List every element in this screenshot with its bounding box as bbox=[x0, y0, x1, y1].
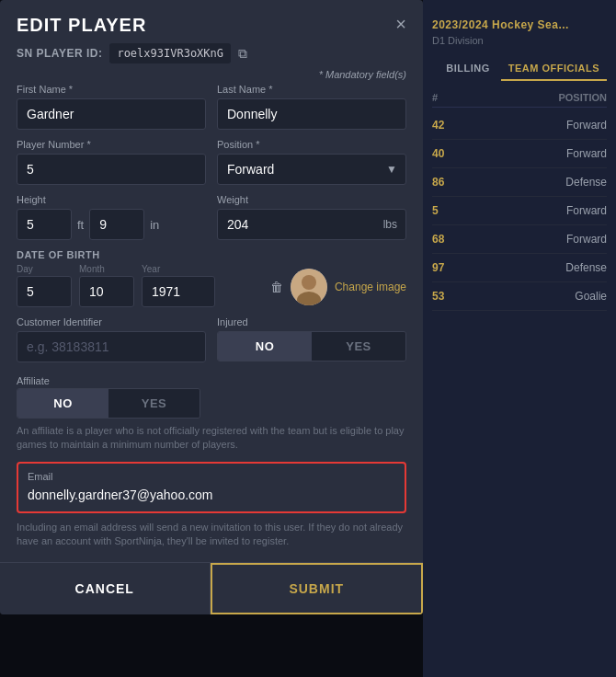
height-group: Height ft in bbox=[17, 194, 206, 240]
dob-year-input[interactable] bbox=[142, 276, 215, 307]
in-unit: in bbox=[150, 218, 159, 232]
avatar-section: 🗑 Change image bbox=[270, 269, 406, 307]
dob-day-input[interactable] bbox=[17, 276, 72, 307]
affiliate-label: Affiliate bbox=[17, 375, 50, 386]
position-label: Position * bbox=[217, 139, 406, 150]
avatar bbox=[291, 269, 327, 305]
number-position-row: Player Number * Position * Forward Defen… bbox=[17, 139, 406, 185]
injured-label: Injured bbox=[217, 316, 406, 327]
weight-group: Weight lbs bbox=[217, 194, 406, 240]
weight-input[interactable] bbox=[217, 209, 406, 240]
row-position: Goalie bbox=[575, 290, 607, 303]
customer-id-label: Customer Identifier bbox=[17, 316, 206, 327]
division-label: D1 Division bbox=[432, 35, 607, 46]
form-body: First Name * Last Name * Player Number *… bbox=[0, 84, 423, 549]
cancel-button[interactable]: CANCEL bbox=[0, 563, 211, 614]
row-position: Forward bbox=[566, 233, 607, 246]
sn-value: roelx93IVR3oXKnG bbox=[109, 43, 231, 63]
affiliate-no-button[interactable]: NO bbox=[17, 389, 108, 418]
dob-inputs: Day Month Year bbox=[17, 264, 259, 307]
col-position: POSITION bbox=[558, 92, 607, 103]
dob-label: DATE OF BIRTH bbox=[17, 249, 259, 260]
weight-label: Weight bbox=[217, 194, 406, 205]
customer-id-group: Customer Identifier bbox=[17, 316, 206, 362]
player-number-group: Player Number * bbox=[17, 139, 206, 185]
dob-section: DATE OF BIRTH Day Month Year bbox=[17, 249, 259, 307]
background-panel: 2023/2024 Hockey Sea... D1 Division BILL… bbox=[423, 0, 616, 677]
change-image-link[interactable]: Change image bbox=[335, 281, 406, 293]
row-position: Forward bbox=[566, 204, 607, 217]
season-title: 2023/2024 Hockey Sea... bbox=[432, 18, 607, 31]
affiliate-toggle: NO YES bbox=[17, 388, 200, 419]
table-header: # POSITION bbox=[432, 88, 607, 108]
name-row: First Name * Last Name * bbox=[17, 84, 406, 130]
row-number: 86 bbox=[432, 176, 455, 189]
position-select[interactable]: Forward Defense Goalie bbox=[217, 154, 406, 185]
table-row: 68Forward bbox=[432, 225, 607, 254]
customer-id-input[interactable] bbox=[17, 331, 206, 362]
col-number: # bbox=[432, 92, 438, 103]
delete-avatar-icon[interactable]: 🗑 bbox=[270, 280, 283, 294]
dob-day-group: Day bbox=[17, 264, 72, 307]
player-list: 42Forward40Forward86Defense5Forward68For… bbox=[432, 111, 607, 311]
table-row: 40Forward bbox=[432, 140, 607, 168]
email-section: Email bbox=[17, 462, 406, 513]
mandatory-note: * Mandatory field(s) bbox=[0, 69, 423, 84]
first-name-group: First Name * bbox=[17, 84, 206, 130]
table-row: 53Goalie bbox=[432, 282, 607, 311]
row-number: 68 bbox=[432, 233, 455, 246]
row-position: Forward bbox=[566, 147, 607, 160]
position-group: Position * Forward Defense Goalie ▼ bbox=[217, 139, 406, 185]
dob-day-label: Day bbox=[17, 264, 72, 274]
first-name-label: First Name * bbox=[17, 84, 206, 95]
close-button[interactable]: × bbox=[395, 15, 406, 33]
lbs-unit: lbs bbox=[383, 218, 397, 231]
submit-button[interactable]: SUBMIT bbox=[211, 563, 424, 614]
avatar-svg bbox=[291, 269, 327, 305]
table-row: 86Defense bbox=[432, 168, 607, 197]
edit-player-modal: EDIT PLAYER × SN PLAYER ID: roelx93IVR3o… bbox=[0, 0, 423, 614]
dob-year-group: Year bbox=[142, 264, 215, 307]
affiliate-group: Affiliate NO YES bbox=[17, 372, 406, 419]
player-number-label: Player Number * bbox=[17, 139, 206, 150]
injured-no-button[interactable]: NO bbox=[218, 332, 312, 361]
player-number-input[interactable] bbox=[17, 154, 206, 185]
row-number: 97 bbox=[432, 261, 455, 274]
injured-yes-button[interactable]: YES bbox=[312, 332, 405, 361]
copy-icon[interactable]: ⧉ bbox=[238, 46, 247, 62]
row-number: 42 bbox=[432, 119, 455, 132]
height-in-input[interactable] bbox=[89, 209, 144, 240]
modal-footer: CANCEL SUBMIT bbox=[0, 562, 423, 614]
row-number: 5 bbox=[432, 204, 455, 217]
table-row: 5Forward bbox=[432, 197, 607, 225]
last-name-group: Last Name * bbox=[217, 84, 406, 130]
row-number: 53 bbox=[432, 290, 455, 303]
height-weight-row: Height ft in Weight lbs bbox=[17, 194, 406, 240]
tab-billing[interactable]: BILLING bbox=[439, 57, 497, 81]
affiliate-toggle-wrapper: NO YES bbox=[17, 388, 200, 419]
modal-title: EDIT PLAYER bbox=[17, 15, 146, 36]
svg-point-1 bbox=[302, 275, 316, 290]
affiliate-yes-button[interactable]: YES bbox=[108, 389, 200, 418]
dob-year-label: Year bbox=[142, 264, 215, 274]
tab-team-officials[interactable]: TEAM OFFICIALS bbox=[501, 57, 607, 81]
first-name-input[interactable] bbox=[17, 98, 206, 130]
position-select-wrapper: Forward Defense Goalie ▼ bbox=[217, 154, 406, 185]
sn-label: SN PLAYER ID: bbox=[17, 47, 102, 60]
row-position: Forward bbox=[566, 119, 607, 132]
avatar-row: 🗑 Change image bbox=[270, 269, 406, 305]
ft-unit: ft bbox=[77, 218, 84, 232]
table-row: 97Defense bbox=[432, 254, 607, 282]
dob-month-group: Month bbox=[79, 264, 134, 307]
height-ft-input[interactable] bbox=[17, 209, 72, 240]
dob-month-input[interactable] bbox=[79, 276, 134, 307]
last-name-label: Last Name * bbox=[217, 84, 406, 95]
last-name-input[interactable] bbox=[217, 98, 406, 130]
email-label: Email bbox=[28, 471, 395, 482]
weight-input-wrapper: lbs bbox=[217, 209, 406, 240]
affiliate-note: An affiliate is a player who is not offi… bbox=[17, 424, 406, 453]
email-input[interactable] bbox=[28, 486, 395, 504]
dob-avatar-row: DATE OF BIRTH Day Month Year bbox=[17, 249, 406, 307]
injured-toggle: NO YES bbox=[217, 331, 406, 361]
injured-group: Injured NO YES bbox=[217, 316, 406, 362]
